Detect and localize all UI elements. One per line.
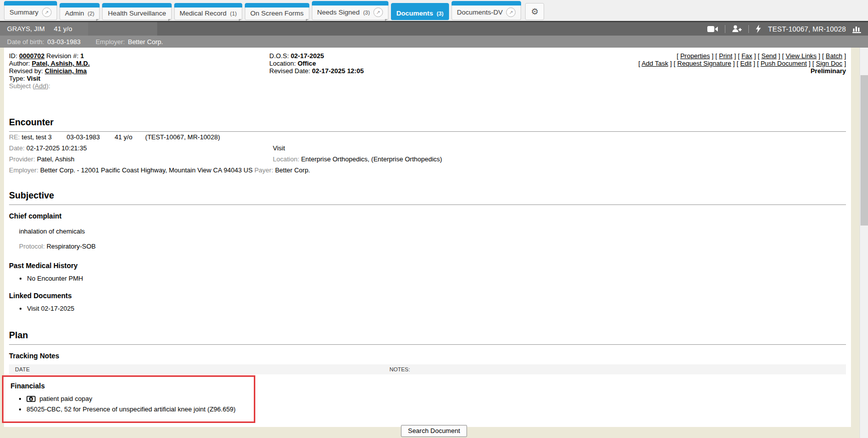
chief-complaint-text: inhalation of chemicals [19,228,851,236]
encounter-provider-row: Provider: Patel, Ashish Location: Enterp… [9,154,851,165]
document-header: ID: 0000702 Revision #: 1 Author: Patel,… [4,52,851,90]
gears-icon: ⚙ [531,7,539,17]
send-link[interactable]: Send [761,52,776,60]
add-task-link[interactable]: Add Task [642,60,668,67]
patient-age: 41 y/o [54,25,73,33]
revised-date-value: 02-17-2025 12:05 [312,67,363,75]
properties-link[interactable]: Properties [680,52,710,60]
revision-value: 1 [80,52,84,60]
tab-documents-dv[interactable]: Documents-DV↗ [452,1,522,20]
tab-admin[interactable]: Admin(2) [60,3,100,20]
chief-complaint-heading: Chief complaint [9,212,851,221]
dob-value: 03-03-1983 [47,38,81,46]
tab-on-screen-forms[interactable]: On Screen Forms [245,3,309,20]
enc-location-label: Location: [273,155,299,163]
divider [9,204,846,205]
scrollbar-thumb[interactable] [860,75,868,226]
video-camera-icon[interactable] [707,26,718,33]
document-actions-row-2: [ Add Task ] [ Request Signature ] [ Edi… [638,60,846,67]
vertical-scrollbar[interactable] [859,48,868,438]
financial-item-text: patient paid copay [40,395,93,402]
tab-accent [245,3,309,8]
tab-accent [452,1,522,6]
fax-link[interactable]: Fax [741,52,752,60]
tab-count: (1) [230,11,237,17]
re-age: 41 y/o [115,133,132,141]
tab-health-surveillance[interactable]: Health Surveillance [102,3,171,20]
protocol-label: Protocol: [19,243,45,250]
dob-label: Date of birth: [7,38,44,46]
tab-label: Medical Record [180,10,227,17]
lightning-bolt-icon[interactable] [755,25,761,33]
encounter-heading: Encounter [9,117,851,128]
tab-accent [60,3,100,8]
financials-list: 0 patient paid copay 85025-CBC, 52 for P… [4,393,254,414]
enc-location-value: Enterprise Orthopedics, (Enterprise Orth… [301,155,442,163]
popout-icon[interactable]: ↗ [42,8,52,17]
revised-by-link[interactable]: Clinician, Ima [45,67,87,75]
patient-name: GRAYS, JIM [7,25,45,33]
date-column-header: DATE [9,366,30,372]
tab-accent [391,3,449,8]
document-view: ID: 0000702 Revision #: 1 Author: Patel,… [4,48,851,427]
patient-record-ids: TEST-10067, MR-10028 [768,25,846,33]
date-value: 02-17-2025 10:21:35 [27,144,87,152]
tab-summary[interactable]: Summary↗ [4,1,57,20]
document-header-middle: D.O.S: 02-17-2025 Location: Office Revis… [269,52,364,75]
revised-date-label: Revised Date: [269,67,310,75]
financial-item-text: 85025-CBC, 52 for Presence of unspecifie… [27,405,236,413]
author-link[interactable]: Patel, Ashish, M.D. [32,60,90,67]
popout-icon[interactable]: ↗ [373,8,383,17]
add-person-icon[interactable] [732,25,742,33]
popout-icon[interactable]: ↗ [506,8,516,17]
notes-column-header: NOTES: [389,366,410,372]
subject-add-link[interactable]: Add [35,82,46,90]
patient-info-bar: Date of birth: 03-03-1983 Employer: Bett… [0,36,868,48]
revision-label: Revision #: [47,52,79,60]
encounter-employer-row: Employer: Better Corp. - 12001 Pacific C… [9,165,851,176]
request-signature-link[interactable]: Request Signature [677,60,731,67]
patient-tab-spacer[interactable] [88,22,157,36]
tab-documents[interactable]: Documents(3) [391,3,449,20]
view-links-link[interactable]: View Links [785,52,816,60]
print-link[interactable]: Print [719,52,732,60]
payer-label: Payer: [254,166,273,174]
tracking-notes-header-row: DATE NOTES: [9,364,846,374]
subject-label: Subject ( [9,82,35,90]
tab-accent [174,3,242,8]
re-record-ids: (TEST-10067, MR-10028) [145,133,220,141]
tab-accent [102,3,171,8]
tab-label: Summary [10,9,39,16]
tab-label: On Screen Forms [250,10,304,17]
tab-medical-record[interactable]: Medical Record(1) [174,3,242,20]
tab-needs-signed[interactable]: Needs Signed(3)↗ [312,1,388,20]
enc-employer-label: Employer: [9,166,39,174]
batch-link[interactable]: Batch [826,52,842,60]
patient-name-tab[interactable]: GRAYS, JIM 41 y/o [0,22,88,36]
employer-value: Better Corp. [128,38,163,46]
encounter-re-row: RE: test, test 3 03-03-1983 41 y/o (TEST… [9,132,851,143]
pmh-list: No Encounter PMH [4,273,851,284]
enc-employer-value: Better Corp. - 12001 Pacific Coast Highw… [40,166,252,174]
divider [748,25,749,33]
author-label: Author: [9,60,30,67]
tab-accent [312,1,388,6]
tab-count: (2) [88,11,94,17]
re-name: test, test 3 [22,133,52,141]
subjective-heading: Subjective [9,190,851,201]
edit-link[interactable]: Edit [740,60,751,67]
re-dob: 03-03-1983 [67,133,100,141]
type-label: Type: [9,75,25,82]
sign-doc-link[interactable]: Sign Doc [816,60,842,67]
plan-heading: Plan [9,330,851,341]
pmh-heading: Past Medical History [9,262,851,270]
doc-id-link[interactable]: 0000702 [19,52,45,60]
subject-label-suffix: ): [46,82,50,90]
bar-chart-icon[interactable] [852,25,861,33]
location-label: Location: [269,60,296,67]
search-document-button[interactable]: Search Document [401,425,467,437]
encounter-date-row: Date: 02-17-2025 10:21:35 Visit [9,143,851,154]
push-document-link[interactable]: Push Document [760,60,807,67]
settings-button[interactable]: ⚙ [525,3,544,20]
re-label: RE: [9,133,20,141]
